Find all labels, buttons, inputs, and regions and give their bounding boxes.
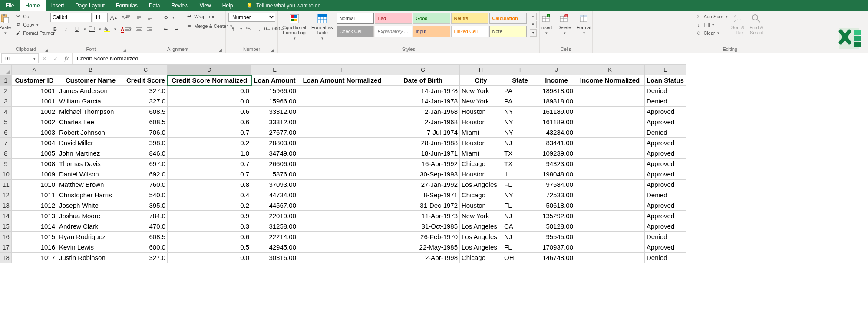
select-all-corner[interactable] [0,65,12,75]
cell[interactable] [298,200,386,211]
cell[interactable]: 33312.00 [251,117,298,127]
cell[interactable]: New York [460,86,502,96]
row-header[interactable]: 5 [0,117,12,127]
cell[interactable]: 0.8 [168,180,251,190]
column-header[interactable]: L [645,65,686,75]
cell[interactable] [298,117,386,127]
formula-input[interactable]: Credit Score Normalized [73,54,868,63]
sort-filter-button[interactable]: AZSort & Filter [729,13,746,36]
style-normal[interactable]: Normal [337,13,374,24]
row-header[interactable]: 14 [0,211,12,221]
cell[interactable]: 30316.00 [251,253,298,263]
cell[interactable]: 109239.00 [538,148,575,159]
cell[interactable] [575,169,645,180]
cell[interactable] [575,117,645,127]
cell[interactable]: Thomas Davis [57,159,124,169]
worksheet-grid[interactable]: ABCDEFGHIJKL1Customer IDCustomer NameCre… [0,64,868,323]
cell[interactable]: Robert Johnson [57,127,124,138]
cell[interactable]: William Garcia [57,96,124,107]
increase-decimal-button[interactable]: .0→.00 [265,24,275,33]
cell[interactable]: Date of Birth [386,75,460,86]
cell[interactable] [575,211,645,221]
tab-data[interactable]: Data [143,0,165,11]
orientation-button[interactable]: ⟲ [161,13,170,22]
delete-cells-button[interactable]: ×Delete▾ [556,13,573,36]
cell[interactable]: 146748.00 [538,253,575,263]
cell[interactable]: Customer ID [12,75,57,86]
row-header[interactable]: 15 [0,221,12,232]
style-scroll-up[interactable]: ▲ [530,13,537,20]
cell[interactable]: 1014 [12,221,57,232]
cell[interactable]: 30-Sep-1993 [386,169,460,180]
cell[interactable]: Approved [645,211,686,221]
cell[interactable]: NY [502,107,538,117]
cell[interactable]: 1001 [12,86,57,96]
tab-view[interactable]: View [194,0,217,11]
cell[interactable]: 189818.00 [538,86,575,96]
dialog-launcher-icon[interactable]: ◢ [271,48,274,52]
style-calculation[interactable]: Calculation [489,13,527,24]
cell[interactable]: 0.7 [168,169,251,180]
cell[interactable]: Denied [645,253,686,263]
cell[interactable]: City [460,75,502,86]
cell[interactable]: 0.9 [168,211,251,221]
cell[interactable]: Chicago [460,190,502,200]
enter-formula-button[interactable]: ✓ [50,53,61,64]
column-header[interactable]: E [251,65,298,75]
cell[interactable]: 37093.00 [251,180,298,190]
cell[interactable] [298,138,386,148]
cell[interactable]: 1015 [12,232,57,242]
cell[interactable]: Denied [645,190,686,200]
font-size-combo[interactable] [93,13,108,22]
column-header[interactable]: I [502,65,538,75]
cell[interactable]: Denied [645,96,686,107]
cell[interactable]: 161189.00 [538,107,575,117]
cell[interactable]: 27677.00 [251,127,298,138]
cell[interactable]: Los Angeles [460,242,502,253]
cell[interactable] [298,232,386,242]
cell[interactable]: Chicago [460,159,502,169]
align-left-button[interactable] [123,24,133,34]
cell[interactable]: 1017 [12,253,57,263]
number-format-combo[interactable]: Number [228,13,275,22]
row-header[interactable]: 7 [0,138,12,148]
cell[interactable]: 697.0 [124,159,168,169]
cell[interactable]: 1002 [12,117,57,127]
cell[interactable]: PA [502,96,538,107]
cell[interactable] [575,107,645,117]
cell[interactable]: 26606.00 [251,159,298,169]
cell[interactable]: 44734.00 [251,190,298,200]
cell[interactable]: 8-Sep-1971 [386,190,460,200]
style-linked-cell[interactable]: Linked Cell [451,26,488,37]
cell[interactable]: 0.2 [168,200,251,211]
cell[interactable]: 33312.00 [251,107,298,117]
cell[interactable]: 2-Jan-1968 [386,107,460,117]
cell[interactable] [298,148,386,159]
cell[interactable] [298,190,386,200]
align-middle-button[interactable] [134,13,144,22]
cell[interactable]: Charles Lee [57,117,124,127]
cell[interactable] [575,127,645,138]
cell[interactable]: 1013 [12,211,57,221]
insert-cells-button[interactable]: +Insert▾ [538,13,554,36]
cell[interactable] [575,221,645,232]
cell[interactable]: State [502,75,538,86]
fill-color-button[interactable] [102,24,112,34]
cell[interactable]: 31-Oct-1985 [386,221,460,232]
decrease-indent-button[interactable]: ⇤ [161,24,170,34]
conditional-formatting-button[interactable]: Conditional Formatting▾ [281,13,308,41]
cell[interactable]: Approved [645,117,686,127]
cell[interactable] [298,242,386,253]
align-center-button[interactable] [134,24,144,34]
cell[interactable]: Approved [645,221,686,232]
cell[interactable]: 608.5 [124,232,168,242]
comma-button[interactable]: , [254,24,264,33]
tab-formulas[interactable]: Formulas [110,0,143,11]
cell[interactable]: 0.6 [168,117,251,127]
cell[interactable]: Income [538,75,575,86]
cell[interactable]: 600.0 [124,242,168,253]
cell[interactable]: 16-Apr-1992 [386,159,460,169]
cell[interactable]: 31258.00 [251,221,298,232]
cell[interactable]: FL [502,200,538,211]
cell[interactable]: FL [502,180,538,190]
